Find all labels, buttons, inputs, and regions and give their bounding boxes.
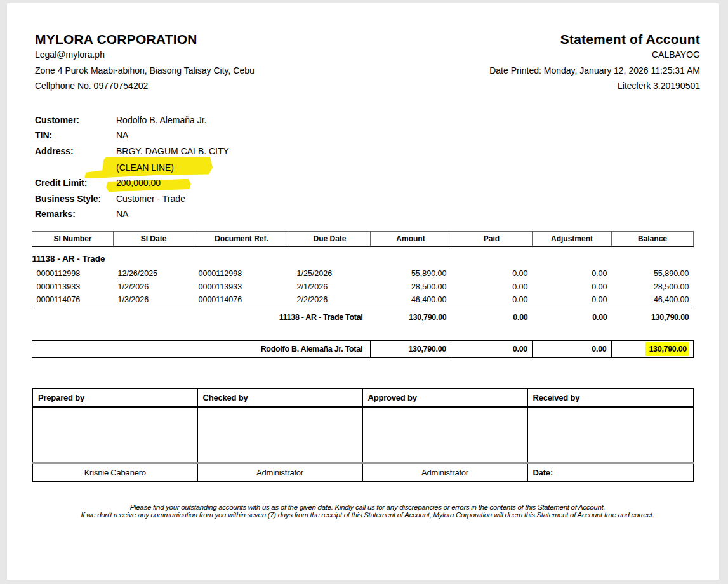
- cell-balance: 28,500.00: [612, 280, 694, 293]
- table-row: 0000112998 12/26/2025 0000112998 1/25/20…: [32, 267, 694, 280]
- col-header-si-number: SI Number: [32, 232, 114, 247]
- customer-name-value: Rodolfo B. Alemaña Jr.: [116, 115, 206, 125]
- cell-paid: 0.00: [451, 267, 533, 280]
- col-header-paid: Paid: [451, 232, 533, 247]
- customer-total-amount: 130,790.00: [371, 340, 451, 357]
- cell-due-date: 2/2/2026: [289, 293, 371, 307]
- credit-limit-row: Credit Limit: 200,000.00: [35, 178, 700, 188]
- company-name: MYLORA CORPORATION: [35, 32, 255, 47]
- customer-total-paid: 0.00: [451, 340, 533, 357]
- soa-header-row: SI Number SI Date Document Ref. Due Date…: [32, 232, 694, 247]
- group-total-amount: 130,790.00: [371, 307, 451, 324]
- address-label: Address:: [35, 146, 116, 156]
- group-total-balance: 130,790.00: [612, 307, 694, 324]
- checked-by-header: Checked by: [197, 388, 362, 407]
- customer-name-row: Customer: Rodolfo B. Alemaña Jr.: [35, 115, 700, 125]
- approved-by-space: [362, 407, 527, 463]
- cell-adjustment: 0.00: [533, 280, 612, 293]
- credit-limit-label: Credit Limit:: [35, 178, 116, 188]
- soa-table: SI Number SI Date Document Ref. Due Date…: [32, 231, 694, 324]
- checked-by-space: [197, 407, 362, 463]
- customer-total-adjustment: 0.00: [533, 340, 612, 357]
- software-version: Liteclerk 3.20190501: [489, 78, 700, 94]
- customer-total-row: Rodolfo B. Alemaña Jr. Total 130,790.00 …: [32, 340, 694, 357]
- company-address: Zone 4 Purok Maabi-abihon, Biasong Talis…: [35, 63, 255, 79]
- cell-amount: 28,500.00: [371, 280, 451, 293]
- cell-paid: 0.00: [451, 293, 533, 307]
- group-total-row: 11138 - AR - Trade Total 130,790.00 0.00…: [32, 307, 694, 324]
- group-total-adjustment: 0.00: [533, 307, 612, 324]
- branch-name: CALBAYOG: [489, 47, 700, 63]
- clean-line-value: (CLEAN LINE): [116, 163, 174, 173]
- credit-limit-value: 200,000.00: [116, 178, 161, 188]
- tin-row: TIN: NA: [35, 130, 700, 140]
- signature-name-row: Krisnie Cabanero Administrator Administr…: [32, 463, 694, 482]
- footer-note: Please find your outstanding accounts wi…: [35, 503, 700, 519]
- col-header-due-date: Due Date: [289, 232, 371, 247]
- prepared-by-space: [32, 407, 197, 463]
- col-header-si-date: SI Date: [114, 232, 194, 247]
- received-by-space: [527, 407, 694, 463]
- customer-total-balance: 130,790.00: [612, 340, 694, 357]
- remarks-row: Remarks: NA: [35, 209, 700, 219]
- tin-label: TIN:: [35, 130, 116, 140]
- cell-si-number: 0000112998: [32, 267, 114, 280]
- approved-by-name: Administrator: [362, 463, 527, 482]
- business-style-label: Business Style:: [35, 194, 116, 204]
- received-by-header: Received by: [527, 388, 694, 407]
- checked-by-name: Administrator: [197, 463, 362, 482]
- group-total-label: 11138 - AR - Trade Total: [32, 307, 371, 324]
- address-row: Address: BRGY. DAGUM CALB. CITY: [35, 146, 700, 156]
- customer-total-label: Rodolfo B. Alemaña Jr. Total: [32, 340, 371, 357]
- document-title: Statement of Account: [489, 32, 700, 47]
- customer-total-box: Rodolfo B. Alemaña Jr. Total 130,790.00 …: [32, 340, 694, 358]
- cell-si-date: 12/26/2025: [114, 267, 194, 280]
- cell-amount: 46,400.00: [371, 293, 451, 307]
- approved-by-header: Approved by: [362, 388, 527, 407]
- date-label: Date:: [527, 463, 694, 482]
- company-phone: Cellphone No. 09770754202: [35, 78, 255, 94]
- cell-paid: 0.00: [451, 280, 533, 293]
- company-info: MYLORA CORPORATION Legal@mylora.ph Zone …: [35, 32, 255, 94]
- account-group-row: 11138 - AR - Trade: [32, 246, 694, 267]
- cell-si-number: 0000113933: [32, 280, 114, 293]
- cell-si-number: 0000114076: [32, 293, 114, 307]
- clean-line-row: (CLEAN LINE): [35, 163, 700, 173]
- tin-value: NA: [116, 130, 128, 140]
- remarks-value: NA: [116, 209, 128, 219]
- cell-adjustment: 0.00: [533, 293, 612, 307]
- col-header-balance: Balance: [612, 232, 694, 247]
- table-row: 0000113933 1/2/2026 0000113933 2/1/2026 …: [32, 280, 694, 293]
- cell-due-date: 1/25/2026: [289, 267, 371, 280]
- cell-balance: 46,400.00: [612, 293, 694, 307]
- account-group-label: 11138 - AR - Trade: [32, 246, 694, 267]
- footer-line-1: Please find your outstanding accounts wi…: [35, 503, 700, 512]
- cell-adjustment: 0.00: [533, 267, 612, 280]
- cell-document-ref: 0000113933: [194, 280, 289, 293]
- cell-si-date: 1/2/2026: [114, 280, 194, 293]
- date-printed: Date Printed: Monday, January 12, 2026 1…: [489, 63, 700, 79]
- business-style-value: Customer - Trade: [116, 194, 185, 204]
- clean-line-spacer: [35, 163, 116, 173]
- business-style-row: Business Style: Customer - Trade: [35, 194, 700, 204]
- cell-amount: 55,890.00: [371, 267, 451, 280]
- prepared-by-header: Prepared by: [32, 388, 197, 407]
- cell-balance: 55,890.00: [612, 267, 694, 280]
- table-row: 0000114076 1/3/2026 0000114076 2/2/2026 …: [32, 293, 694, 307]
- company-email: Legal@mylora.ph: [35, 47, 255, 63]
- address-value: BRGY. DAGUM CALB. CITY: [116, 146, 229, 156]
- statement-of-account-page: MYLORA CORPORATION Legal@mylora.ph Zone …: [7, 3, 719, 580]
- remarks-label: Remarks:: [35, 209, 116, 219]
- group-total-paid: 0.00: [451, 307, 533, 324]
- customer-label: Customer:: [35, 115, 116, 125]
- footer-line-2: If we don't receive any communication fr…: [35, 511, 700, 519]
- cell-due-date: 2/1/2026: [289, 280, 371, 293]
- cell-si-date: 1/3/2026: [114, 293, 194, 307]
- document-header: MYLORA CORPORATION Legal@mylora.ph Zone …: [35, 32, 700, 94]
- cell-document-ref: 0000114076: [194, 293, 289, 307]
- col-header-document-ref: Document Ref.: [194, 232, 289, 247]
- signature-space-row: [32, 407, 694, 463]
- signature-header-row: Prepared by Checked by Approved by Recei…: [32, 388, 694, 407]
- signature-table: Prepared by Checked by Approved by Recei…: [32, 388, 694, 482]
- highlighted-balance: 130,790.00: [645, 342, 689, 356]
